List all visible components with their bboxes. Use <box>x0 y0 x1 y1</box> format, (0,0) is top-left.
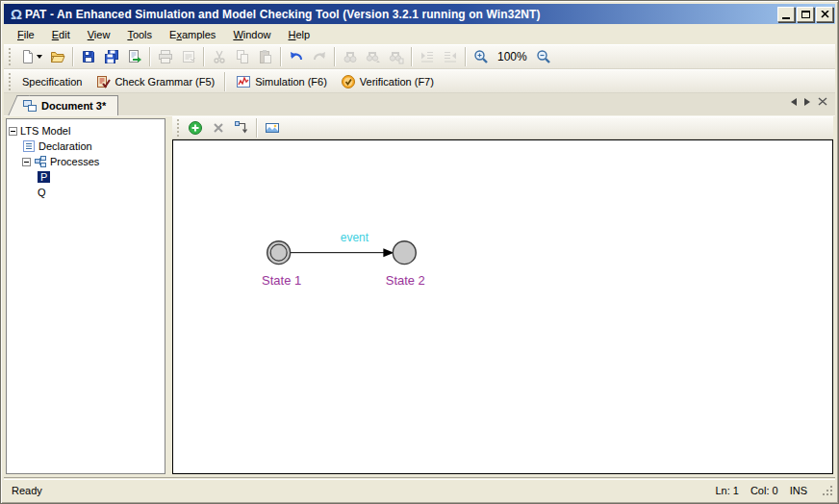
tree-item-processes[interactable]: Processes <box>22 154 163 169</box>
verification-button[interactable]: Verification (F7) <box>334 70 441 93</box>
delete-button[interactable] <box>207 117 230 139</box>
find-in-files-button <box>385 46 408 67</box>
export-button[interactable] <box>123 46 146 67</box>
toolbar-separator <box>465 47 467 66</box>
collapse-icon[interactable] <box>9 127 17 136</box>
indent-icon <box>420 49 435 64</box>
transition-label[interactable]: event <box>341 231 369 244</box>
simulation-button[interactable]: Simulation (F6) <box>229 70 334 93</box>
zoom-out-button[interactable] <box>532 46 555 67</box>
diagram-canvas[interactable]: event State 1 State 2 <box>172 139 833 474</box>
toolbar-separator <box>203 47 205 66</box>
add-state-icon <box>188 120 203 136</box>
zoom-level: 100% <box>493 50 532 63</box>
zoom-out-icon <box>536 49 551 64</box>
redo-icon <box>312 49 327 64</box>
find-button <box>339 46 362 67</box>
collapse-icon[interactable] <box>22 158 31 166</box>
toolbar-grip[interactable] <box>8 73 13 90</box>
resize-grip[interactable] <box>821 484 833 496</box>
diagram-toolbar <box>172 116 833 139</box>
find-next-icon <box>366 49 381 64</box>
menu-view[interactable]: View <box>80 27 118 42</box>
tree-item-declaration[interactable]: Declaration <box>22 139 163 154</box>
state-2-label[interactable]: State 2 <box>386 273 425 288</box>
app-logo-icon: Ω <box>8 6 25 23</box>
export-image-button[interactable] <box>261 117 284 139</box>
maximize-icon <box>801 11 810 18</box>
delete-icon <box>211 120 226 136</box>
toolbar-separator <box>72 47 74 66</box>
window-title: PAT - An Enhanced Simulation and Model C… <box>25 8 772 21</box>
menu-bar: File Edit View Tools Examples Window Hel… <box>4 24 835 44</box>
menu-help[interactable]: Help <box>281 27 318 42</box>
menu-examples[interactable]: Examples <box>162 27 223 42</box>
add-transition-button[interactable] <box>230 117 253 139</box>
maximize-button[interactable] <box>797 7 814 22</box>
specification-button[interactable]: Specification <box>15 72 89 91</box>
close-button[interactable] <box>816 7 833 22</box>
cut-button <box>208 46 231 67</box>
toolbar-separator <box>149 47 151 66</box>
minimize-button[interactable] <box>777 7 795 22</box>
toolbar-grip[interactable] <box>176 119 181 137</box>
undo-button[interactable] <box>285 46 308 67</box>
menu-window[interactable]: Window <box>225 27 278 42</box>
state-2-node[interactable] <box>393 241 416 265</box>
toolbar-grip[interactable] <box>8 48 13 65</box>
menu-edit[interactable]: Edit <box>44 27 78 42</box>
toolbar-separator <box>334 47 336 66</box>
title-bar[interactable]: Ω PAT - An Enhanced Simulation and Model… <box>4 4 835 24</box>
add-state-button[interactable] <box>184 117 207 139</box>
close-tab-icon[interactable] <box>818 97 827 106</box>
tab-navigation <box>791 97 827 106</box>
state-1-label[interactable]: State 1 <box>262 273 301 288</box>
menu-tools[interactable]: Tools <box>119 27 160 42</box>
toolbar-separator <box>224 72 226 91</box>
toolbar-separator <box>280 47 282 66</box>
export-icon <box>127 49 142 64</box>
tree-item-lts-model[interactable]: LTS Model <box>9 123 163 139</box>
find-icon <box>343 49 358 64</box>
new-document-icon <box>20 49 36 64</box>
print-icon <box>158 49 173 64</box>
zoom-in-icon <box>473 49 489 64</box>
open-button[interactable] <box>46 46 69 67</box>
paste-button <box>254 46 277 67</box>
status-insert-mode: INS <box>790 485 807 496</box>
cut-icon <box>212 49 227 64</box>
find-next-button <box>362 46 385 67</box>
indent-button <box>416 46 439 67</box>
processes-icon <box>34 155 47 168</box>
lts-diagram: event State 1 State 2 <box>173 140 832 473</box>
main-toolbar: 100% <box>4 44 835 69</box>
minimize-icon <box>782 17 790 19</box>
latex-export-icon <box>181 49 196 64</box>
add-transition-icon <box>234 120 249 136</box>
simulation-icon <box>236 74 251 89</box>
save-button[interactable] <box>77 46 100 67</box>
redo-button <box>308 46 331 67</box>
diagram-editor: event State 1 State 2 <box>172 116 833 474</box>
outdent-button <box>439 46 462 67</box>
status-message: Ready <box>12 485 42 496</box>
model-toolbar: Specification Check Grammar (F5) Simulat… <box>4 69 835 93</box>
declaration-icon <box>22 139 36 153</box>
check-grammar-button[interactable]: Check Grammar (F5) <box>89 70 221 93</box>
scroll-tabs-right-icon[interactable] <box>804 98 810 106</box>
menu-file[interactable]: File <box>10 27 42 42</box>
new-document-button[interactable] <box>15 46 46 67</box>
open-folder-icon <box>50 49 65 64</box>
tab-document-3[interactable]: Document 3* <box>17 95 118 115</box>
tree-item-p[interactable]: P <box>38 169 163 185</box>
status-line: Ln: 1 <box>715 485 738 496</box>
undo-icon <box>289 49 304 64</box>
scroll-tabs-left-icon[interactable] <box>791 98 797 106</box>
zoom-in-button[interactable] <box>470 46 493 67</box>
tree-item-q[interactable]: Q <box>38 185 163 200</box>
selected-tree-label: P <box>38 171 50 183</box>
save-all-icon <box>104 49 119 64</box>
save-all-button[interactable] <box>100 46 123 67</box>
model-tree-panel[interactable]: LTS Model Declaration Processes P Q <box>6 118 165 474</box>
verification-icon <box>341 74 356 89</box>
